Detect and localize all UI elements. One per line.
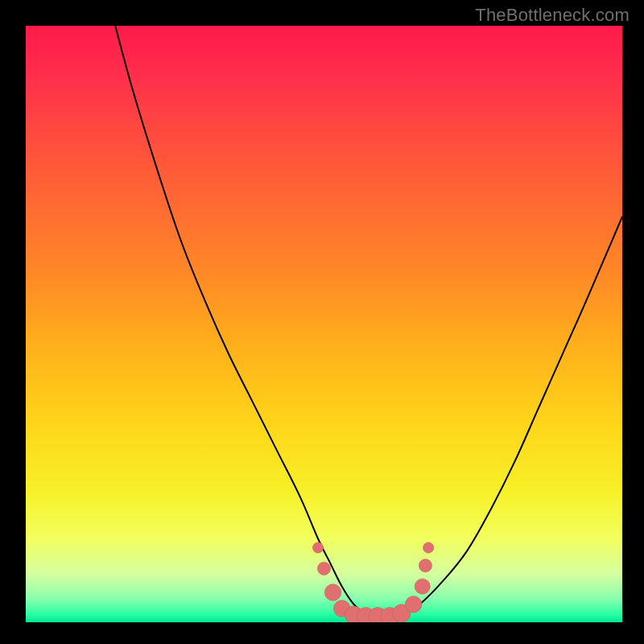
curve-marker [324,584,341,601]
gradient-background [26,26,622,622]
curve-marker [419,559,431,572]
curve-marker [423,543,434,553]
curve-marker [415,579,430,594]
plot-svg [26,26,622,622]
curve-marker [405,596,422,613]
curve-marker [317,562,330,575]
watermark-text: TheBottleneck.com [475,5,630,26]
plot-area [26,26,622,622]
chart-canvas: TheBottleneck.com [0,0,644,644]
curve-marker [312,543,323,553]
